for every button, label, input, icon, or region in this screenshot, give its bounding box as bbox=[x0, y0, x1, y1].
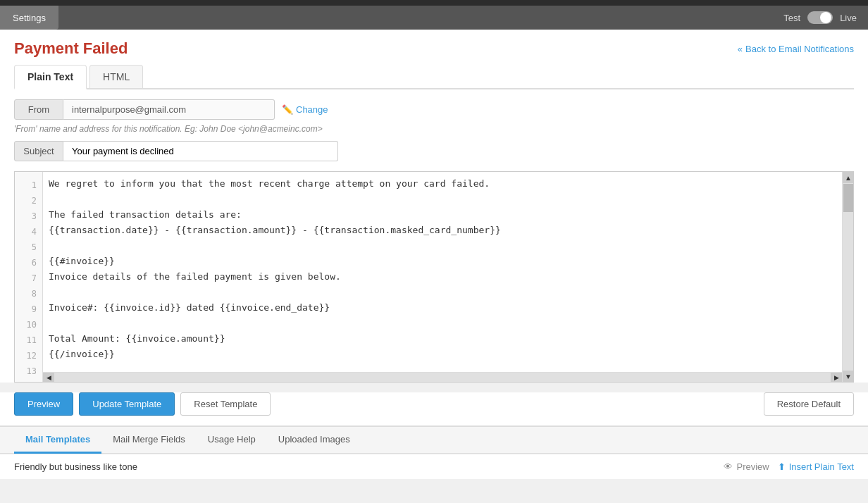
line-number: 11 bbox=[15, 333, 42, 348]
bottom-tab-mail-merge-fields[interactable]: Mail Merge Fields bbox=[101, 427, 197, 454]
editor-line: Total Amount: {{invoice.amount}} bbox=[49, 331, 836, 347]
line-number: 12 bbox=[15, 348, 42, 364]
insert-icon: ⬆ bbox=[778, 461, 786, 472]
scroll-track-h bbox=[54, 373, 831, 382]
editor-line: Invoice#: {{invoice.id}} dated {{invoice… bbox=[49, 300, 836, 316]
update-template-button[interactable]: Update Template bbox=[79, 392, 175, 416]
back-link-text: Back to Email Notifications bbox=[745, 44, 854, 54]
line-number: 10 bbox=[15, 317, 42, 333]
change-label: Change bbox=[296, 104, 328, 115]
tab-plain-text[interactable]: Plain Text bbox=[14, 65, 87, 89]
line-number: 13 bbox=[15, 364, 42, 379]
line-numbers: 1234567891011121314 bbox=[15, 172, 43, 382]
preview-button[interactable]: Preview bbox=[14, 392, 73, 416]
settings-tab[interactable]: Settings bbox=[0, 6, 58, 30]
eye-icon: 👁 bbox=[724, 461, 733, 472]
editor-line: The failed transaction details are: bbox=[49, 207, 836, 223]
editor-line bbox=[49, 192, 836, 207]
scroll-left-btn[interactable]: ◀ bbox=[43, 373, 54, 383]
scroll-down-btn[interactable]: ▼ bbox=[843, 371, 854, 382]
insert-plain-text-label: Insert Plain Text bbox=[789, 461, 854, 472]
editor-line: We regret to inform you that the most re… bbox=[49, 176, 836, 192]
from-value: internalpurpose@gmail.com bbox=[63, 99, 275, 120]
template-title: Friendly but business like tone bbox=[14, 461, 715, 472]
line-number: 3 bbox=[15, 209, 42, 224]
back-to-email-notifications-link[interactable]: « Back to Email Notifications bbox=[738, 44, 854, 54]
editor-line: {{#invoice}} bbox=[49, 254, 836, 269]
line-number: 7 bbox=[15, 271, 42, 286]
main-content: Payment Failed « Back to Email Notificat… bbox=[0, 30, 868, 383]
top-bar bbox=[0, 0, 868, 6]
editor-body[interactable]: We regret to inform you that the most re… bbox=[43, 172, 842, 382]
line-number: 9 bbox=[15, 302, 42, 317]
editor-container: 1234567891011121314 We regret to inform … bbox=[14, 171, 854, 383]
template-preview-button[interactable]: 👁 Preview bbox=[724, 461, 769, 472]
toggle-knob bbox=[820, 12, 831, 23]
template-preview-label: Preview bbox=[736, 461, 769, 472]
line-number: 1 bbox=[15, 178, 42, 193]
scroll-up-btn[interactable]: ▲ bbox=[843, 172, 854, 183]
main-tabs: Plain Text HTML bbox=[14, 65, 854, 89]
test-live-switch[interactable] bbox=[807, 11, 833, 24]
back-chevron: « bbox=[738, 44, 743, 54]
editor-line: Invoice details of the failed payment is… bbox=[49, 269, 836, 285]
insert-plain-text-button[interactable]: ⬆ Insert Plain Text bbox=[778, 461, 854, 472]
line-number: 6 bbox=[15, 255, 42, 271]
vertical-scrollbar[interactable]: ▲ ▼ bbox=[842, 172, 853, 382]
horizontal-scrollbar[interactable]: ◀ ▶ bbox=[43, 372, 842, 382]
bottom-tab-mail-templates[interactable]: Mail Templates bbox=[14, 427, 101, 454]
subject-label: Subject bbox=[14, 141, 63, 161]
scroll-track-v bbox=[843, 183, 853, 371]
editor-line: {{transaction.date}} - {{transaction.amo… bbox=[49, 223, 836, 238]
editor-line bbox=[49, 316, 836, 331]
editor-line bbox=[49, 285, 836, 300]
subject-input[interactable] bbox=[63, 141, 338, 161]
reset-template-button[interactable]: Reset Template bbox=[180, 392, 271, 416]
test-label: Test bbox=[783, 13, 800, 23]
line-number: 2 bbox=[15, 193, 42, 209]
editor-line bbox=[49, 238, 836, 254]
bottom-tabs: Mail Templates Mail Merge Fields Usage H… bbox=[0, 427, 868, 454]
scroll-right-btn[interactable]: ▶ bbox=[831, 373, 842, 383]
scroll-thumb-v[interactable] bbox=[843, 184, 853, 212]
line-number: 14 bbox=[15, 379, 42, 382]
tab-html[interactable]: HTML bbox=[89, 65, 143, 88]
bottom-tab-usage-help[interactable]: Usage Help bbox=[197, 427, 267, 454]
restore-default-button[interactable]: Restore Default bbox=[764, 392, 854, 416]
subject-row: Subject bbox=[14, 141, 854, 161]
from-row: From internalpurpose@gmail.com ✏️ Change bbox=[14, 99, 854, 120]
action-bar: Preview Update Template Reset Template R… bbox=[0, 392, 868, 426]
bottom-tab-uploaded-images[interactable]: Uploaded Images bbox=[267, 427, 361, 454]
from-label: From bbox=[14, 99, 63, 120]
page-header: Payment Failed « Back to Email Notificat… bbox=[14, 39, 854, 58]
page-title: Payment Failed bbox=[14, 39, 128, 58]
settings-bar: Settings Test Live bbox=[0, 6, 868, 30]
bottom-section: Mail Templates Mail Merge Fields Usage H… bbox=[0, 426, 868, 479]
editor-line: {{/invoice}} bbox=[49, 347, 836, 362]
from-hint: 'From' name and address for this notific… bbox=[14, 124, 854, 134]
line-number: 4 bbox=[15, 224, 42, 240]
test-live-toggle: Test Live bbox=[783, 11, 868, 24]
pencil-icon: ✏️ bbox=[282, 104, 293, 115]
line-number: 8 bbox=[15, 286, 42, 302]
line-number: 5 bbox=[15, 240, 42, 255]
template-row: Friendly but business like tone 👁 Previe… bbox=[0, 454, 868, 479]
live-label: Live bbox=[840, 13, 857, 23]
change-from-link[interactable]: ✏️ Change bbox=[282, 104, 328, 115]
